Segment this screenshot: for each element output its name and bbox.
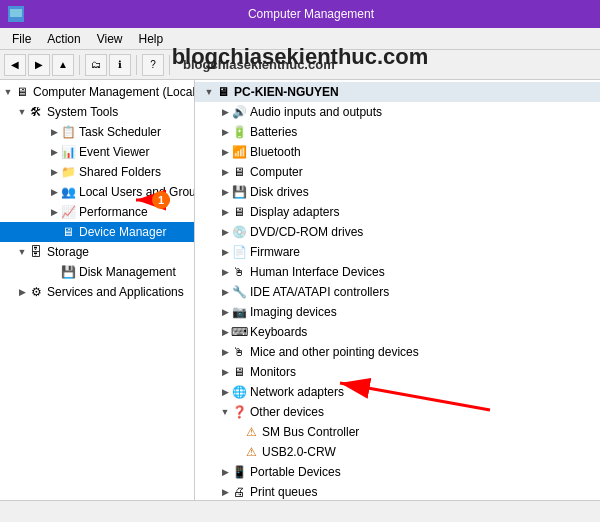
- list-item-12[interactable]: ▶ 🖱 Mice and other pointing devices: [195, 342, 600, 362]
- disk-mgmt-icon: 💾: [60, 264, 76, 280]
- list-item-19[interactable]: ▶ 🖨 Print queues: [195, 482, 600, 500]
- svg-rect-1: [10, 9, 22, 17]
- arrow-18: ▶: [219, 466, 231, 478]
- tree-services-apps[interactable]: ▶ ⚙ Services and Applications: [0, 282, 194, 302]
- title-bar: Computer Management: [0, 0, 600, 28]
- list-item-5[interactable]: ▶ 🖥 Display adapters: [195, 202, 600, 222]
- disk-mgmt-arrow: [48, 266, 60, 278]
- tree-performance[interactable]: ▶ 📈 Performance: [0, 202, 194, 222]
- list-item-8[interactable]: ▶ 🖱 Human Interface Devices: [195, 262, 600, 282]
- device-manager-arrow: [48, 226, 60, 238]
- list-item-6[interactable]: ▶ 💿 DVD/CD-ROM drives: [195, 222, 600, 242]
- arrow-5: ▶: [219, 206, 231, 218]
- icon-18: 📱: [231, 464, 247, 480]
- device-manager-label: Device Manager: [79, 225, 166, 239]
- icon-14: 🌐: [231, 384, 247, 400]
- arrow-1: ▶: [219, 126, 231, 138]
- computer-name-header[interactable]: ▼ 🖥 PC-KIEN-NGUYEN: [195, 82, 600, 102]
- shared-folders-icon: 📁: [60, 164, 76, 180]
- icon-9: 🔧: [231, 284, 247, 300]
- label-2: Bluetooth: [250, 145, 301, 159]
- arrow-4: ▶: [219, 186, 231, 198]
- tree-task-scheduler[interactable]: ▶ 📋 Task Scheduler: [0, 122, 194, 142]
- list-item-9[interactable]: ▶ 🔧 IDE ATA/ATAPI controllers: [195, 282, 600, 302]
- app-icon: [8, 6, 24, 22]
- list-item-15[interactable]: ▼ ❓ Other devices: [195, 402, 600, 422]
- label-12: Mice and other pointing devices: [250, 345, 419, 359]
- svg-rect-2: [13, 17, 19, 19]
- label-3: Computer: [250, 165, 303, 179]
- disk-mgmt-label: Disk Management: [79, 265, 176, 279]
- toolbar-back[interactable]: ◀: [4, 54, 26, 76]
- toolbar-properties[interactable]: ℹ: [109, 54, 131, 76]
- services-arrow: ▶: [16, 286, 28, 298]
- list-item-11[interactable]: ▶ ⌨ Keyboards: [195, 322, 600, 342]
- tree-device-manager[interactable]: 🖥 Device Manager: [0, 222, 194, 242]
- list-item-2[interactable]: ▶ 📶 Bluetooth: [195, 142, 600, 162]
- arrow-12: ▶: [219, 346, 231, 358]
- arrow-7: ▶: [219, 246, 231, 258]
- computer-name: PC-KIEN-NGUYEN: [234, 85, 339, 99]
- system-tools-label: System Tools: [47, 105, 118, 119]
- services-icon: ⚙: [28, 284, 44, 300]
- list-item-18[interactable]: ▶ 📱 Portable Devices: [195, 462, 600, 482]
- list-item-16[interactable]: ⚠ SM Bus Controller: [195, 422, 600, 442]
- label-4: Disk drives: [250, 185, 309, 199]
- menu-view[interactable]: View: [89, 30, 131, 48]
- menu-action[interactable]: Action: [39, 30, 88, 48]
- icon-8: 🖱: [231, 264, 247, 280]
- icon-5: 🖥: [231, 204, 247, 220]
- label-18: Portable Devices: [250, 465, 341, 479]
- icon-12: 🖱: [231, 344, 247, 360]
- icon-4: 💾: [231, 184, 247, 200]
- toolbar-forward[interactable]: ▶: [28, 54, 50, 76]
- right-panel: ▼ 🖥 PC-KIEN-NGUYEN ▶ 🔊 Audio inputs and …: [195, 80, 600, 500]
- root-arrow: ▼: [2, 86, 14, 98]
- list-item-3[interactable]: ▶ 🖥 Computer: [195, 162, 600, 182]
- list-item-7[interactable]: ▶ 📄 Firmware: [195, 242, 600, 262]
- computer-expand-arrow: ▼: [203, 86, 215, 98]
- label-9: IDE ATA/ATAPI controllers: [250, 285, 389, 299]
- menu-bar: File Action View Help: [0, 28, 600, 50]
- task-scheduler-arrow: ▶: [48, 126, 60, 138]
- window-title: Computer Management: [30, 7, 592, 21]
- list-item-0[interactable]: ▶ 🔊 Audio inputs and outputs: [195, 102, 600, 122]
- list-item-13[interactable]: ▶ 🖥 Monitors: [195, 362, 600, 382]
- tree-storage[interactable]: ▼ 🗄 Storage: [0, 242, 194, 262]
- toolbar-up[interactable]: ▲: [52, 54, 74, 76]
- shared-folders-arrow: ▶: [48, 166, 60, 178]
- label-14: Network adapters: [250, 385, 344, 399]
- root-label: Computer Management (Local: [33, 85, 195, 99]
- arrow-6: ▶: [219, 226, 231, 238]
- storage-icon: 🗄: [28, 244, 44, 260]
- label-1: Batteries: [250, 125, 297, 139]
- list-item-17[interactable]: ⚠ USB2.0-CRW: [195, 442, 600, 462]
- tree-local-users[interactable]: ▶ 👥 Local Users and Groups: [0, 182, 194, 202]
- list-item-10[interactable]: ▶ 📷 Imaging devices: [195, 302, 600, 322]
- tree-root[interactable]: ▼ 🖥 Computer Management (Local: [0, 82, 194, 102]
- icon-16: ⚠: [243, 424, 259, 440]
- list-item-1[interactable]: ▶ 🔋 Batteries: [195, 122, 600, 142]
- tree-shared-folders[interactable]: ▶ 📁 Shared Folders: [0, 162, 194, 182]
- arrow-17: [231, 446, 243, 458]
- services-label: Services and Applications: [47, 285, 184, 299]
- icon-1: 🔋: [231, 124, 247, 140]
- tree-event-viewer[interactable]: ▶ 📊 Event Viewer: [0, 142, 194, 162]
- storage-label: Storage: [47, 245, 89, 259]
- icon-13: 🖥: [231, 364, 247, 380]
- icon-19: 🖨: [231, 484, 247, 500]
- toolbar-help[interactable]: ?: [142, 54, 164, 76]
- toolbar-show-hide[interactable]: 🗂: [85, 54, 107, 76]
- left-panel: ▼ 🖥 Computer Management (Local ▼ 🛠 Syste…: [0, 80, 195, 500]
- menu-help[interactable]: Help: [131, 30, 172, 48]
- tree-disk-management[interactable]: 💾 Disk Management: [0, 262, 194, 282]
- list-item-14[interactable]: ▶ 🌐 Network adapters: [195, 382, 600, 402]
- event-viewer-icon: 📊: [60, 144, 76, 160]
- arrow-3: ▶: [219, 166, 231, 178]
- performance-label: Performance: [79, 205, 148, 219]
- tree-system-tools[interactable]: ▼ 🛠 System Tools: [0, 102, 194, 122]
- arrow-19: ▶: [219, 486, 231, 498]
- label-7: Firmware: [250, 245, 300, 259]
- menu-file[interactable]: File: [4, 30, 39, 48]
- list-item-4[interactable]: ▶ 💾 Disk drives: [195, 182, 600, 202]
